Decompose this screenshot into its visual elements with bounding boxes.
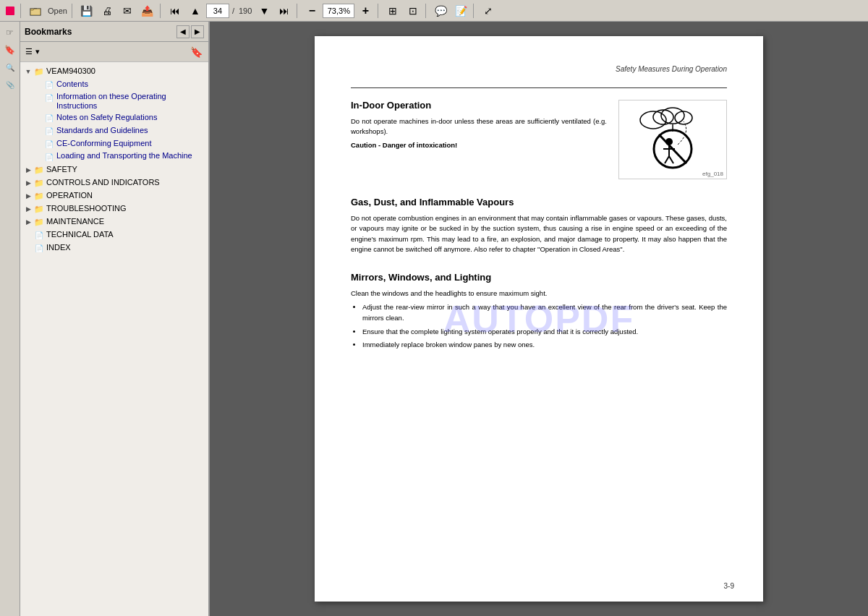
loading-page-icon: 📄 (43, 151, 55, 163)
pdf-viewer[interactable]: AUTOPDF Safety Measures During Operation… (210, 22, 868, 616)
tree-item-ce[interactable]: 📄 CE-Conforming Equipment (20, 137, 208, 150)
mirror-bullet-3: Immediately replace broken window panes … (362, 339, 727, 350)
toolbar: Open 💾 🖨 ✉ 📤 ⏮ ▲ / 190 ▼ ⏭ − + ⊞ ⊡ 💬 📝 ⤢ (0, 0, 868, 22)
app-icon (3, 2, 17, 20)
notes-page-icon: 📄 (43, 112, 55, 124)
tree-item-contents[interactable]: 📄 Contents (20, 78, 208, 91)
mirrors-title: Mirrors, Windows, and Lighting (351, 272, 727, 283)
sep3 (160, 4, 163, 18)
loading-expander (36, 151, 43, 163)
bookmarks-toolbar: ☰ ▾ 🔖 (20, 42, 208, 62)
open-label: Open (46, 7, 69, 15)
main-layout: ☞ 🔖 🔍 📎 Bookmarks ◀ ▶ ☰ ▾ 🔖 ▼ 📁 VEAM9403… (0, 22, 868, 616)
email-button[interactable]: ✉ (118, 2, 137, 20)
maintenance-folder-icon: 📁 (33, 216, 45, 228)
tree-item-standards[interactable]: 📄 Standards and Guidelines (20, 124, 208, 137)
open-button[interactable] (26, 2, 45, 20)
sep2 (72, 4, 75, 18)
info-page-icon: 📄 (43, 92, 55, 103)
bookmarks-add-button[interactable]: 🔖 (187, 43, 205, 61)
svg-point-10 (665, 138, 673, 145)
troubleshooting-folder-icon: 📁 (33, 203, 45, 215)
mirrors-intro: Clean the windows and the headlights to … (351, 288, 727, 299)
root-folder-icon: 📁 (33, 66, 45, 77)
print-button[interactable]: 🖨 (98, 2, 116, 20)
standards-page-icon: 📄 (43, 125, 55, 137)
gas-title: Gas, Dust, and Inflammable Vapours (351, 197, 727, 208)
index-label: INDEX (45, 242, 208, 252)
tree-item-maintenance[interactable]: ▶ 📁 MAINTENANCE (20, 215, 208, 228)
tree-item-notes-safety[interactable]: 📄 Notes on Safety Regulations (20, 111, 208, 124)
indoor-image-box: efg_018 (618, 100, 727, 179)
prev-page-button[interactable]: ▲ (186, 2, 205, 20)
technical-page-icon: 📄 (33, 229, 45, 241)
tree-item-info-operating[interactable]: 📄 Information on these Operating Instruc… (20, 91, 208, 111)
indoor-text-col: In-Door Operation Do not operate machine… (351, 100, 607, 179)
zoom-in-button[interactable]: + (356, 2, 375, 20)
mirrors-bullets: Adjust the rear-view mirror in such a wa… (362, 301, 727, 350)
tree-item-safety[interactable]: ▶ 📁 SAFETY (20, 163, 208, 176)
technical-label: TECHNICAL DATA (45, 229, 208, 239)
section-gas: Gas, Dust, and Inflammable Vapours Do no… (351, 197, 727, 254)
technical-expander (23, 229, 33, 241)
svg-rect-2 (30, 9, 41, 15)
section-indoor: In-Door Operation Do not operate machine… (351, 100, 727, 179)
first-page-button[interactable]: ⏮ (166, 2, 184, 20)
fullscreen-button[interactable]: ⤢ (479, 2, 498, 20)
comment-button[interactable]: 💬 (431, 2, 450, 20)
ce-page-icon: 📄 (43, 138, 55, 150)
page-total: 190 (237, 7, 253, 15)
fit-page-button[interactable]: ⊞ (383, 2, 402, 20)
svg-rect-0 (6, 7, 14, 15)
export-button[interactable]: 📤 (138, 2, 157, 20)
last-page-button[interactable]: ⏭ (275, 2, 294, 20)
page-input[interactable] (206, 4, 229, 18)
hand-tool-icon[interactable]: ☞ (2, 25, 18, 40)
contents-label: Contents (55, 79, 208, 89)
zoom-input[interactable] (323, 4, 354, 18)
tree-item-controls[interactable]: ▶ 📁 CONTROLS AND INDICATORS (20, 176, 208, 189)
save-button[interactable]: 💾 (77, 2, 96, 20)
bookmark-panel-icon[interactable]: 🔖 (2, 42, 18, 58)
pdf-footer-page: 3-9 (724, 582, 734, 590)
pdf-page: AUTOPDF Safety Measures During Operation… (315, 36, 763, 602)
sep4 (297, 4, 299, 18)
tree-root[interactable]: ▼ 📁 VEAM940300 (20, 65, 208, 78)
bookmarks-panel: Bookmarks ◀ ▶ ☰ ▾ 🔖 ▼ 📁 VEAM940300 📄 Con… (20, 22, 210, 616)
notes-label: Notes on Safety Regulations (55, 112, 208, 122)
attach-icon[interactable]: 📎 (2, 77, 18, 93)
icon-bar: ☞ 🔖 🔍 📎 (0, 22, 20, 616)
troubleshooting-expander-icon: ▶ (23, 203, 33, 215)
zoom-out-button[interactable]: − (302, 2, 321, 20)
tree-item-index[interactable]: 📄 INDEX (20, 241, 208, 254)
root-label: VEAM940300 (45, 66, 208, 76)
bookmarks-expand-button[interactable]: ▶ (191, 25, 204, 38)
mirror-bullet-1: Adjust the rear-view mirror in such a wa… (362, 301, 727, 323)
bookmarks-title: Bookmarks (25, 27, 72, 37)
tree-item-loading[interactable]: 📄 Loading and Transporting the Machine (20, 150, 208, 163)
next-page-button[interactable]: ▼ (255, 2, 273, 20)
operation-expander-icon: ▶ (23, 190, 33, 202)
bookmarks-menu-button[interactable]: ☰ ▾ (23, 43, 42, 61)
tree-item-troubleshooting[interactable]: ▶ 📁 TROUBLESHOOTING (20, 202, 208, 215)
maintenance-expander-icon: ▶ (23, 216, 33, 228)
controls-label: CONTROLS AND INDICATORS (45, 177, 208, 187)
fit-width-button[interactable]: ⊡ (404, 2, 422, 20)
tree-item-technical[interactable]: 📄 TECHNICAL DATA (20, 228, 208, 241)
indoor-layout: In-Door Operation Do not operate machine… (351, 100, 727, 179)
section-mirrors: Mirrors, Windows, and Lighting Clean the… (351, 272, 727, 350)
ce-expander (36, 138, 43, 150)
operation-folder-icon: 📁 (33, 190, 45, 202)
sep1 (20, 4, 23, 18)
standards-expander (36, 125, 43, 137)
safety-expander-icon: ▶ (23, 164, 33, 176)
indoor-body: Do not operate machines in-door unless t… (351, 116, 607, 137)
index-expander (23, 242, 33, 254)
safety-folder-icon: 📁 (33, 164, 45, 176)
markup-button[interactable]: 📝 (451, 2, 470, 20)
info-expander (36, 92, 43, 103)
search-icon[interactable]: 🔍 (2, 59, 18, 75)
bookmarks-collapse-button[interactable]: ◀ (176, 25, 190, 38)
operation-label: OPERATION (45, 190, 208, 200)
tree-item-operation[interactable]: ▶ 📁 OPERATION (20, 189, 208, 202)
